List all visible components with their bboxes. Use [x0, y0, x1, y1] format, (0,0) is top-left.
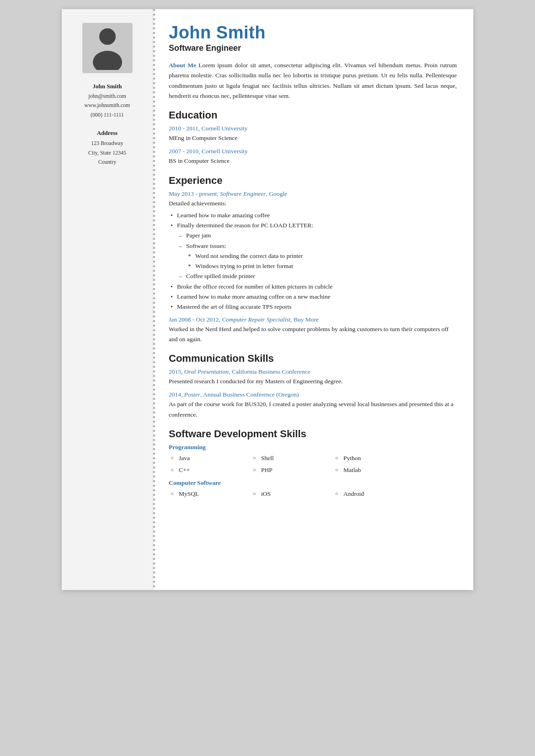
sub-coffee-spill: Coffee spilled inside printer — [177, 271, 457, 281]
bullet-coffee2: Learned how to make more amazing coffee … — [169, 292, 457, 302]
address-line1: 123 Broadway — [88, 139, 126, 148]
experience-title: Experience — [169, 175, 457, 187]
skill-python: Python — [333, 453, 416, 464]
main-content: John Smith Software Engineer About Me Lo… — [155, 9, 473, 590]
experience-entry-2-body: Worked in the Nerd Herd and helped to so… — [169, 324, 457, 345]
programming-grid: Java Shell Python C++ PHP Matlab — [169, 453, 457, 476]
bullet-coffee: Learned how to make amazing coffee — [169, 210, 457, 220]
experience-entry-1-intro: Detailed achievements: — [169, 198, 457, 209]
job-title: Software Engineer — [169, 43, 457, 53]
full-name: John Smith — [169, 23, 457, 43]
comm-entry-1-header: 2015, Oral Presentation, California Busi… — [169, 368, 457, 375]
comm-entry-2-body: As part of the course work for BUS320, I… — [169, 399, 457, 420]
skill-ios: iOS — [251, 488, 333, 499]
sub-list-pcload: Paper jam Software issues: Word not send… — [177, 231, 457, 281]
education-entry-2-body: BS in Computer Science — [169, 156, 457, 166]
sub-sub-list-software: Word not sending the correct data to pri… — [186, 251, 457, 272]
education-entry-2-header: 2007 - 2010, Cornell University — [169, 148, 457, 155]
address-label: Address — [97, 129, 118, 137]
comm-entry-1-body: Presented research I conducted for my Ma… — [169, 376, 457, 386]
sidebar-email: john@smith.com — [85, 91, 130, 101]
communication-title: Communication Skills — [169, 353, 457, 365]
sidebar-address: 123 Broadway City, State 12345 Country — [88, 139, 126, 166]
computer-software-label: Computer Software — [169, 479, 457, 487]
skill-cpp: C++ — [169, 465, 251, 476]
bullet-pcload: Finally determined the reason for PC LOA… — [169, 220, 457, 282]
experience-entry-1: May 2013 - present, Software Engineer, G… — [169, 190, 457, 312]
sidebar-contact: John Smith john@smith.com www.johnsmith.… — [85, 81, 130, 119]
computer-software-grid: MySQL iOS Android — [169, 488, 457, 499]
communication-skills-section: Communication Skills 2015, Oral Presenta… — [169, 353, 457, 420]
experience-section: Experience May 2013 - present, Software … — [169, 175, 457, 344]
about-me-text: About Me Lorem ipsum dolor sit amet, con… — [169, 60, 457, 101]
avatar-icon — [89, 27, 126, 70]
sub-software-issues: Software issues: Word not sending the co… — [177, 241, 457, 272]
education-section: Education 2010 - 2011, Cornell Universit… — [169, 109, 457, 166]
about-me-section: About Me Lorem ipsum dolor sit amet, con… — [169, 60, 457, 101]
comm-entry-2-header: 2014, Poster, Annual Business Conference… — [169, 391, 457, 398]
experience-entry-2-header: Jan 2008 - Oct 2012, Computer Repair Spe… — [169, 316, 457, 323]
address-line3: Country — [88, 157, 126, 166]
sub-sub-windows: Windows trying to print in letter format — [186, 261, 457, 271]
skill-matlab: Matlab — [333, 465, 416, 476]
comm-entry-1: 2015, Oral Presentation, California Busi… — [169, 368, 457, 386]
education-title: Education — [169, 109, 457, 121]
skill-php: PHP — [251, 465, 333, 476]
address-line2: City, State 12345 — [88, 148, 126, 157]
skill-shell: Shell — [251, 453, 333, 464]
experience-entry-2: Jan 2008 - Oct 2012, Computer Repair Spe… — [169, 316, 457, 345]
svg-point-0 — [99, 28, 116, 45]
experience-entry-1-header: May 2013 - present, Software Engineer, G… — [169, 190, 457, 198]
resume-page: John Smith john@smith.com www.johnsmith.… — [62, 9, 473, 590]
bullet-kitten: Broke the office record for number of ki… — [169, 282, 457, 292]
software-skills-section: Software Development Skills Programming … — [169, 428, 457, 500]
bullet-tps: Mastered the art of filing accurate TPS … — [169, 302, 457, 312]
comm-entry-2: 2014, Poster, Annual Business Conference… — [169, 391, 457, 420]
education-entry-1-header: 2010 - 2011, Cornell University — [169, 125, 457, 132]
sub-paper-jam: Paper jam — [177, 231, 457, 241]
education-entry-1: 2010 - 2011, Cornell University MEng in … — [169, 125, 457, 143]
about-me-body: Lorem ipsum dolor sit amet, consectetur … — [169, 62, 457, 99]
sidebar: John Smith john@smith.com www.johnsmith.… — [62, 9, 153, 590]
sidebar-name: John Smith — [85, 81, 130, 91]
education-entry-1-body: MEng in Computer Science — [169, 133, 457, 143]
skill-mysql: MySQL — [169, 488, 251, 499]
programming-label: Programming — [169, 444, 457, 451]
sidebar-website: www.johnsmith.com — [85, 101, 130, 110]
header-section: John Smith Software Engineer — [169, 23, 457, 53]
software-skills-title: Software Development Skills — [169, 428, 457, 440]
svg-point-1 — [93, 51, 122, 70]
education-entry-2: 2007 - 2010, Cornell University BS in Co… — [169, 148, 457, 166]
skill-android: Android — [333, 488, 416, 499]
experience-entry-1-bullets: Learned how to make amazing coffee Final… — [169, 210, 457, 312]
avatar — [82, 23, 133, 73]
skill-java: Java — [169, 453, 251, 464]
sub-sub-word: Word not sending the correct data to pri… — [186, 251, 457, 261]
sidebar-phone: (000) 111-1111 — [85, 110, 130, 119]
about-me-label: About Me — [169, 62, 196, 69]
